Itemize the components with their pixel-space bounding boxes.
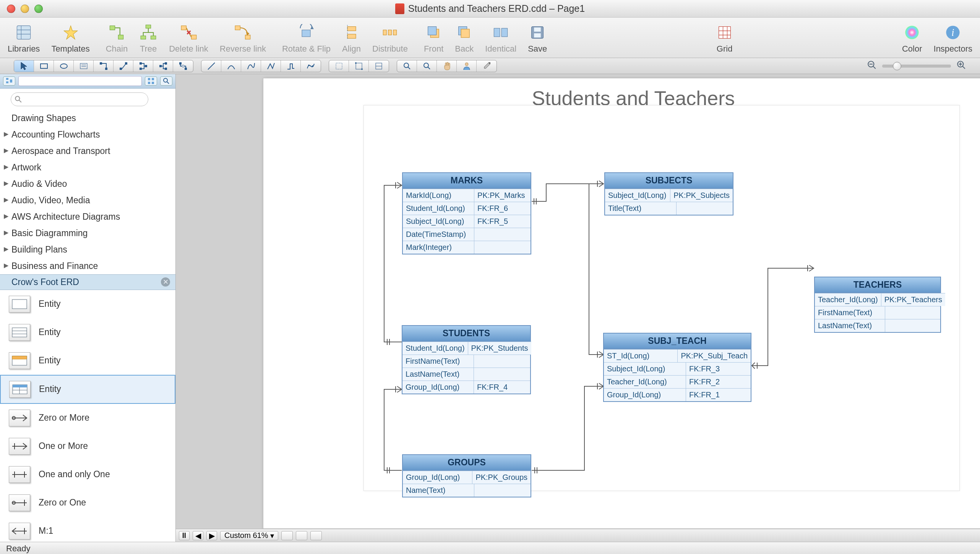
palette-item[interactable]: Zero or One (0, 489, 175, 517)
category-close-button[interactable]: ✕ (161, 277, 170, 287)
person-tool[interactable] (457, 60, 477, 72)
save-button[interactable]: Save (526, 22, 549, 55)
back-button[interactable]: Back (453, 22, 476, 55)
zoom-slider[interactable] (882, 65, 951, 68)
delete-link-button[interactable]: Delete link (167, 22, 211, 55)
page-pause[interactable]: ⏸ (179, 531, 190, 540)
canvas-area[interactable]: Students and Teachers (176, 74, 980, 542)
entity-groups[interactable]: GROUPSGroup_Id(Long)PK:PK_GroupsName(Tex… (402, 454, 531, 497)
category-item[interactable]: Audio & Video (0, 176, 175, 192)
page-tab-3[interactable] (310, 531, 322, 540)
zoom-label[interactable]: Custom 61% ▾ (220, 531, 278, 540)
svg-point-58 (355, 62, 357, 64)
eyedropper-tool[interactable] (477, 60, 496, 72)
hand-tool[interactable] (437, 60, 457, 72)
category-header[interactable]: Drawing Shapes (0, 110, 175, 126)
page-tab-2[interactable] (296, 531, 307, 540)
category-item[interactable]: Aerospace and Transport (0, 143, 175, 159)
distribute-label: Distribute (372, 44, 408, 54)
category-item[interactable]: Audio, Video, Media (0, 192, 175, 209)
color-button[interactable]: Color (900, 22, 925, 55)
align-button[interactable]: Align (340, 22, 363, 55)
minimize-window-button[interactable] (21, 5, 29, 13)
text-tool[interactable] (74, 60, 94, 72)
entity-plain-thumb (9, 296, 30, 313)
pointer-tool[interactable] (14, 60, 34, 72)
conn-2-tool[interactable] (114, 60, 133, 72)
line-tool-4[interactable] (261, 60, 281, 72)
conn-5-tool[interactable] (173, 60, 193, 72)
identical-button[interactable]: Identical (483, 22, 519, 55)
templates-button[interactable]: Templates (49, 22, 92, 55)
sidebar-grid-view[interactable] (145, 76, 157, 86)
conn-1-tool[interactable] (94, 60, 114, 72)
zoom-tool[interactable] (417, 60, 437, 72)
front-button[interactable]: Front (422, 22, 446, 55)
zoom-in-button[interactable] (956, 60, 966, 72)
shape-search-input[interactable] (11, 92, 148, 106)
sidebar-tree-toggle[interactable] (3, 76, 15, 86)
tree-label: Tree (140, 44, 157, 54)
snap-1[interactable] (329, 60, 349, 72)
libraries-button[interactable]: Libraries (5, 22, 42, 55)
category-item[interactable]: Building Plans (0, 241, 175, 258)
page-prev[interactable]: ◀ (193, 531, 203, 540)
reverse-link-button[interactable]: Reverse link (217, 22, 268, 55)
palette-item[interactable]: Zero or More (0, 404, 175, 432)
category-item[interactable]: AWS Architecture Diagrams (0, 209, 175, 225)
line-tool-5[interactable] (281, 60, 301, 72)
palette-item[interactable]: Entity (0, 290, 175, 318)
category-selected[interactable]: Crow's Foot ERD ✕ (0, 274, 175, 290)
ellipse-tool[interactable] (54, 60, 74, 72)
zoom-window-button[interactable] (34, 5, 43, 13)
entity-teachers[interactable]: TEACHERSTeacher_Id(Long)PK:PK_TeachersFi… (814, 277, 941, 333)
conn-4-tool[interactable] (153, 60, 173, 72)
snap-3[interactable] (369, 60, 389, 72)
category-item[interactable]: Artwork (0, 159, 175, 176)
page-tab-1[interactable] (281, 531, 293, 540)
zoom-out-button[interactable] (867, 60, 877, 72)
palette-item[interactable]: One or More (0, 432, 175, 460)
tree-button[interactable]: Tree (137, 22, 160, 55)
svg-point-32 (905, 26, 919, 39)
palette-item[interactable]: M:1 (0, 517, 175, 542)
palette-item[interactable]: One and only One (0, 460, 175, 489)
palette-item[interactable]: Entity (0, 347, 175, 375)
category-item[interactable]: Basic Diagramming (0, 225, 175, 241)
entity-key (677, 202, 733, 215)
entity-subj_teach[interactable]: SUBJ_TEACHST_Id(Long)PK:PK_Subj_TeachSub… (603, 333, 751, 402)
svg-rect-0 (17, 26, 31, 39)
entity-key: FK:FR_2 (686, 375, 751, 388)
svg-rect-35 (41, 64, 47, 68)
page[interactable]: Students and Teachers (263, 78, 980, 529)
svg-point-55 (312, 65, 313, 67)
inspectors-button[interactable]: i Inspectors (931, 22, 975, 55)
templates-icon (62, 23, 80, 42)
category-item[interactable]: Business and Finance (0, 258, 175, 274)
palette-item[interactable]: Entity (0, 375, 175, 404)
chain-button[interactable]: Chain (104, 22, 130, 55)
line-tool-2[interactable] (221, 60, 241, 72)
sidebar-search-toggle[interactable] (160, 76, 172, 86)
close-window-button[interactable] (7, 5, 15, 13)
line-tool-3[interactable] (241, 60, 261, 72)
conn-3-tool[interactable] (133, 60, 153, 72)
entity-header: STUDENTS (402, 326, 530, 342)
line-tool-6[interactable] (301, 60, 321, 72)
category-item[interactable]: Accounting Flowcharts (0, 126, 175, 143)
zoom-thumb[interactable] (893, 62, 901, 70)
palette-item[interactable]: Entity (0, 318, 175, 347)
rect-tool[interactable] (34, 60, 54, 72)
page-next[interactable]: ▶ (206, 531, 217, 540)
search-icon (15, 96, 22, 105)
rotate-flip-button[interactable]: Rotate & Flip (280, 22, 333, 55)
entity-students[interactable]: STUDENTSStudent_Id(Long)PK:PK_StudentsFi… (402, 325, 531, 394)
sidebar-top-search[interactable] (18, 76, 142, 86)
entity-subjects[interactable]: SUBJECTSSubject_Id(Long)PK:PK_SubjectsTi… (604, 172, 733, 215)
distribute-button[interactable]: Distribute (370, 22, 410, 55)
zoom-fit[interactable] (397, 60, 417, 72)
line-tool-1[interactable] (201, 60, 221, 72)
entity-marks[interactable]: MARKSMarkId(Long)PK:PK_MarksStudent_Id(L… (402, 172, 531, 254)
grid-button[interactable]: Grid (713, 22, 736, 55)
snap-2[interactable] (349, 60, 369, 72)
